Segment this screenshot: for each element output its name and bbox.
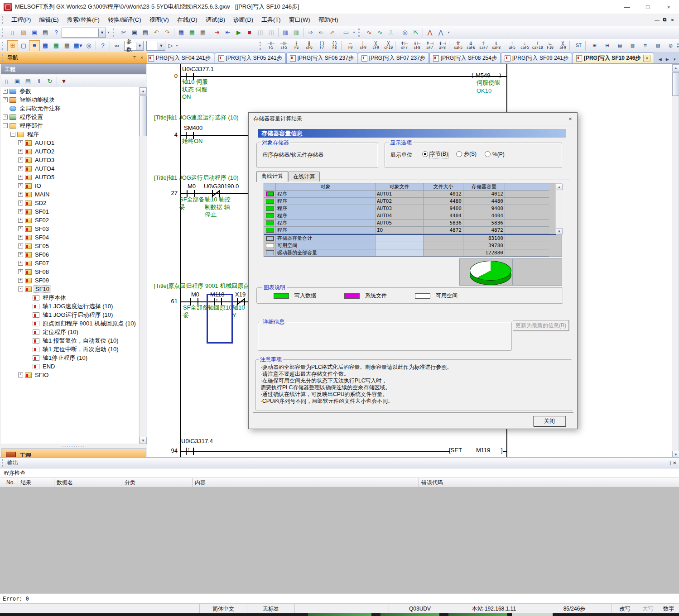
tree-expander[interactable]: + (18, 372, 23, 377)
tree-item[interactable]: + SD2 (1, 199, 139, 207)
tree-expander[interactable]: + (18, 183, 23, 188)
maximize-button[interactable]: □ (637, 0, 658, 14)
monitor-stop-icon[interactable]: ■ (244, 27, 255, 38)
tree-item[interactable]: + SF01 (1, 207, 139, 216)
unit-radio[interactable]: %(P) (485, 150, 505, 158)
output-list[interactable] (0, 487, 679, 593)
jump-back-icon[interactable]: ⇐ (316, 27, 327, 38)
tree-item[interactable]: + MAIN (1, 190, 139, 199)
device-register-monitor-icon[interactable]: ▥ (291, 27, 302, 38)
delete-line-button[interactable]: ╳aF9 (557, 39, 569, 52)
unit-radio[interactable]: 字节(B) (422, 150, 448, 158)
statement-list-button[interactable]: ▥ (626, 39, 639, 52)
tree-item[interactable]: + 程序设置 (1, 113, 139, 121)
tree-item[interactable]: + AUTO4 (1, 164, 139, 173)
fkey-button[interactable] (449, 41, 452, 51)
tree-item[interactable]: + SF08 (1, 267, 139, 276)
tree-item[interactable]: + SF07 (1, 259, 139, 267)
help2-icon[interactable]: ? (97, 40, 108, 51)
device-monitor-icon[interactable]: ▦ (187, 27, 197, 38)
menu-item[interactable]: 转换/编译(C) (104, 14, 145, 26)
document-tab[interactable]: [PRG]写入 SF10 246步 × (573, 53, 654, 63)
scroll-up-icon[interactable]: ▲ (672, 64, 679, 72)
contact-device-label[interactable]: U0\G3377.1 (182, 66, 214, 72)
tree-expander[interactable]: + (18, 192, 23, 197)
document-tab[interactable]: [PRG]写入 SF06 237步 (286, 53, 357, 63)
capacity-row[interactable]: 程序 AUTO3 9400 9400 (264, 205, 562, 212)
menu-item[interactable]: 工具(T) (257, 14, 285, 26)
tree-expander[interactable]: + (18, 226, 23, 231)
close-button[interactable]: × (658, 0, 679, 14)
tree-expander[interactable]: + (3, 115, 8, 119)
toolbar-icon[interactable] (57, 76, 57, 86)
find-icon[interactable]: ∞ (111, 40, 122, 51)
tree-expander[interactable]: + (18, 269, 23, 274)
menu-item[interactable]: 在线(O) (173, 14, 202, 26)
scroll-down-icon[interactable]: ▼ (672, 451, 679, 458)
tree-expander[interactable]: + (18, 252, 23, 257)
find-device-icon[interactable]: ◎ (83, 40, 94, 51)
tree-expander[interactable]: + (18, 218, 23, 223)
pin-icon[interactable]: ⊤ (131, 54, 138, 62)
tree-expander[interactable]: + (3, 89, 8, 94)
ladder-cursor[interactable] (207, 294, 233, 344)
edit-note-button[interactable]: ▤ (614, 39, 626, 52)
capacity-row[interactable]: 程序 IO 4872 4872 (264, 227, 562, 234)
tree-item[interactable]: 轴1 JOG速度运行选择 (10) (1, 302, 139, 310)
toolbar-icon[interactable] (210, 28, 210, 37)
open-project-icon[interactable]: ▨ (18, 27, 29, 38)
menu-item[interactable]: 视图(V) (145, 14, 173, 26)
toolbar-icon[interactable] (174, 28, 174, 37)
read-from-plc-icon[interactable]: ⇤ (222, 27, 233, 38)
set-operand[interactable]: M119 (476, 447, 491, 454)
help-icon[interactable]: ? (51, 27, 62, 38)
toolbar-icon[interactable] (110, 41, 110, 50)
tree-item[interactable]: 轴1停止程序 (10) (1, 353, 139, 362)
device-test-icon[interactable]: ▦ (197, 27, 208, 38)
menu-item[interactable]: 搜索/替换(F) (63, 14, 104, 26)
tree-item[interactable]: + SFIO (1, 371, 139, 379)
rising-pulse-close-button[interactable]: ↟⊣aF7 (424, 39, 436, 52)
document-tab[interactable]: [PRG]写入 SF07 237步 (358, 53, 429, 63)
column-header[interactable]: 错误代码 (419, 478, 455, 487)
search-duplicate-button[interactable]: ◎ (665, 39, 677, 52)
edit-comment-button[interactable]: ⊞ (588, 39, 601, 52)
zoom-combo[interactable]: ▼ (62, 28, 106, 38)
tree-expander[interactable]: + (18, 149, 23, 154)
tree-item[interactable]: + SF04 (1, 233, 139, 242)
device-comment-edit-icon[interactable]: ▦ (40, 40, 51, 51)
tree-item[interactable]: + AUTO1 (1, 138, 139, 147)
document-tab[interactable]: PRG]写入 SF04 241步 (147, 53, 214, 63)
minimize-button[interactable]: — (616, 0, 637, 14)
document-tab[interactable]: [PRG]写入 SF05 241步 (215, 53, 286, 63)
tree-item[interactable]: - 程序部件 (1, 121, 139, 130)
trace-search-icon[interactable]: ◎ (400, 27, 410, 38)
contact-device-label[interactable]: X19 (235, 291, 246, 298)
rising-pulse-button[interactable]: ↟⊢sF7 (398, 39, 411, 52)
contact-device-label[interactable]: M0 (188, 183, 196, 190)
table-scrollbar[interactable]: ▲ ▼ (555, 183, 562, 234)
doc-view-icon[interactable]: ≡ (29, 40, 40, 51)
jump-next-icon[interactable]: ⇗ (327, 27, 337, 38)
property-icon[interactable]: ℹ (34, 76, 44, 86)
column-header[interactable]: 数据名 (54, 478, 122, 487)
tree-item[interactable]: - SF10 (1, 285, 139, 293)
tree-item[interactable]: + AUTO2 (1, 147, 139, 156)
tree-expander[interactable]: + (18, 261, 23, 266)
contact-device-label[interactable]: U0\G30190.0 (204, 183, 239, 190)
fkey-button[interactable] (503, 41, 506, 51)
fkey-button[interactable] (395, 41, 398, 51)
column-header[interactable]: 内容 (193, 478, 419, 487)
tree-expander[interactable]: + (18, 244, 23, 248)
tree-item[interactable]: 原点回归程序 9001 机械回原点 (10) (1, 319, 139, 328)
falling-branch-button[interactable]: ⇊saF6 (465, 39, 477, 52)
unit-radio[interactable]: 步(S) (456, 150, 477, 158)
jump-icon[interactable]: ⇒ (305, 27, 316, 38)
tree-item[interactable]: + AUTO5 (1, 173, 139, 181)
close-dialog-button[interactable]: 关闭 (533, 416, 566, 426)
chevron-down-icon[interactable]: ▼ (158, 42, 165, 50)
contact-device-label[interactable]: SM400 (184, 124, 202, 131)
scroll-down-icon[interactable]: ▼ (556, 228, 563, 234)
tree-expander[interactable]: + (18, 201, 23, 205)
tree-item[interactable]: 程序本体 (1, 293, 139, 302)
